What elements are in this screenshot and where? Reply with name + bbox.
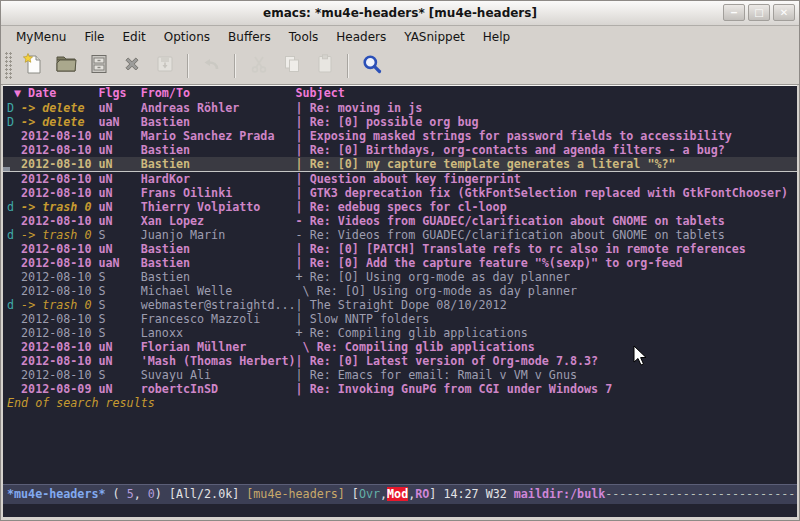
close-button[interactable]: ✕	[773, 4, 795, 21]
row-from: Bastien	[141, 256, 296, 270]
message-row[interactable]: 2012-08-10 uN HardKor | Question about k…	[3, 172, 797, 186]
row-subject: Re: Compiling glib applications	[317, 340, 535, 354]
toolbar-separator	[347, 54, 349, 78]
row-date: 2012-08-09	[21, 382, 91, 396]
thread-indicator: |	[296, 129, 310, 143]
modeline-segment: [	[352, 487, 359, 501]
message-row[interactable]: 2012-08-10 uaN Bastien | Re: [0] Add the…	[3, 256, 797, 270]
message-row[interactable]: 2012-08-09 uN robertcInSD | Re: Invoking…	[3, 382, 797, 396]
menu-tools[interactable]: Tools	[280, 28, 328, 46]
thread-indicator: |	[296, 368, 310, 382]
message-row[interactable]: 2012-08-10 uN Bastien | Re: [0] Birthday…	[3, 143, 797, 157]
row-flags: uN	[99, 157, 141, 171]
modeline-segment: ,	[134, 487, 148, 501]
message-row[interactable]: 2012-08-10 uN Frans Oilinki | GTK3 depre…	[3, 186, 797, 200]
menu-file[interactable]: File	[75, 28, 113, 46]
mode-line[interactable]: *mu4e-headers* ( 5, 0) [All/2.0k] [mu4e-…	[3, 484, 797, 504]
message-row[interactable]: 2012-08-10 uN Bastien | Re: [0] [PATCH] …	[3, 242, 797, 256]
message-row[interactable]: D -> delete uaN Bastien | Re: [0] possib…	[3, 115, 797, 129]
menu-headers[interactable]: Headers	[327, 28, 395, 46]
open-folder-icon	[54, 52, 78, 80]
message-row[interactable]: 2012-08-10 uN Mario Sanchez Prada | Expo…	[3, 129, 797, 143]
row-date: 2012-08-10	[21, 284, 91, 298]
row-subject: Re: moving in js	[310, 101, 423, 115]
thread-indicator: |	[296, 186, 310, 200]
menu-buffers[interactable]: Buffers	[219, 28, 280, 46]
message-row[interactable]: 2012-08-10 S Michael Welle \ Re: [O] Usi…	[3, 284, 797, 298]
row-from: Lanoxx	[141, 326, 296, 340]
row-flags: S	[99, 270, 141, 284]
end-of-results-label: End of search results	[3, 396, 797, 410]
message-row[interactable]: 2012-08-10 S Lanoxx + Re: Compiling glib…	[3, 326, 797, 340]
row-subject: Re: Videos from GUADEC/clarification abo…	[310, 228, 725, 242]
message-row[interactable]: 2012-08-10 uN Xan Lopez - Re: Videos fro…	[3, 214, 797, 228]
dired-button[interactable]	[82, 51, 115, 81]
open-folder-button[interactable]	[49, 51, 82, 81]
row-date: 2012-08-10	[21, 312, 91, 326]
message-row[interactable]: 2012-08-10 S Francesco Mazzoli | Slow NN…	[3, 312, 797, 326]
thread-indicator: +	[296, 270, 310, 284]
menu-edit[interactable]: Edit	[114, 28, 155, 46]
message-row[interactable]: 2012-08-10 uN 'Mash (Thomas Herbert)| Re…	[3, 354, 797, 368]
row-subject: Exposing masked strings for password fie…	[310, 129, 732, 143]
modeline-segment: (	[106, 487, 127, 501]
row-from: Bastien	[141, 143, 296, 157]
thread-indicator: -	[296, 228, 310, 242]
mark-action: -> delete	[21, 115, 84, 129]
save-button	[148, 51, 181, 81]
row-from: Frans Oilinki	[141, 186, 296, 200]
row-from: Suvayu Ali	[141, 368, 296, 382]
row-date: 2012-08-10	[21, 172, 91, 186]
row-flags: uaN	[99, 256, 141, 270]
menu-yasnippet[interactable]: YASnippet	[395, 28, 474, 46]
row-from: Bastien	[141, 270, 296, 284]
row-date: 2012-08-10	[21, 256, 91, 270]
message-row[interactable]: 2012-08-10 S Bastien + Re: [O] Using org…	[3, 270, 797, 284]
message-row[interactable]: D -> delete uN Andreas Röhler | Re: movi…	[3, 101, 797, 115]
new-file-button[interactable]	[16, 51, 49, 81]
minimize-button[interactable]: ‒	[723, 4, 745, 21]
row-subject: Re: [0] possible org bug	[310, 115, 479, 129]
row-flags: uN	[99, 214, 141, 228]
kill-buffer-button[interactable]	[115, 51, 148, 81]
row-subject: Slow NNTP folders	[310, 312, 430, 326]
message-row[interactable]: 2012-08-10 uN Florian Müllner \ Re: Comp…	[3, 340, 797, 354]
modeline-segment: Mod	[387, 487, 408, 501]
new-file-icon	[21, 52, 45, 80]
message-row[interactable]: d -> trash 0 uN Thierry Volpiatto | Re: …	[3, 200, 797, 214]
modeline-segment: *mu4e-headers*	[7, 487, 106, 501]
search-button[interactable]	[355, 51, 388, 81]
row-subject: Re: [0] [PATCH] Translate refs to rc als…	[310, 242, 746, 256]
mark-char: d	[7, 298, 14, 312]
row-date: 2012-08-10	[21, 368, 91, 382]
modeline-segment: )	[155, 487, 169, 501]
row-subject: Re: Invoking GnuPG from CGI under Window…	[310, 382, 613, 396]
message-row[interactable]: d -> trash 0 S Juanjo Marín - Re: Videos…	[3, 228, 797, 242]
column-header-line[interactable]: ▼ Date Flgs From/To Subject	[3, 86, 797, 101]
row-from: Francesco Mazzoli	[141, 312, 296, 326]
menu-help[interactable]: Help	[474, 28, 519, 46]
toolbar-grip-handle[interactable]	[5, 52, 12, 80]
modeline-segment: ]	[429, 487, 443, 501]
modeline-segment: 5	[127, 487, 134, 501]
modeline-segment: Ovr	[359, 487, 380, 501]
row-flags: uN	[99, 200, 141, 214]
row-subject: Question about key fingerprint	[310, 172, 521, 186]
thread-indicator: \	[296, 284, 317, 298]
message-row[interactable]: d -> trash 0 S webmaster@straightd...| T…	[3, 298, 797, 312]
row-date: 2012-08-10	[21, 129, 91, 143]
message-row[interactable]: 2012-08-10 S Suvayu Ali | Re: Emacs for …	[3, 368, 797, 382]
row-flags: uN	[99, 143, 141, 157]
thread-indicator: |	[296, 298, 310, 312]
titlebar: emacs: *mu4e-headers* [mu4e-headers] ‒□✕	[1, 1, 799, 26]
row-flags: S	[99, 326, 141, 340]
maximize-button[interactable]: □	[748, 4, 770, 21]
menu-options[interactable]: Options	[155, 28, 219, 46]
row-from: robertcInSD	[141, 382, 296, 396]
row-flags: uN	[99, 340, 141, 354]
row-flags: uN	[99, 242, 141, 256]
row-flags: uN	[99, 129, 141, 143]
row-flags: uN	[99, 354, 141, 368]
message-row[interactable]: 2012-08-10 uN Bastien | Re: [0] my captu…	[3, 157, 797, 172]
menu-mymenu[interactable]: MyMenu	[7, 28, 75, 46]
